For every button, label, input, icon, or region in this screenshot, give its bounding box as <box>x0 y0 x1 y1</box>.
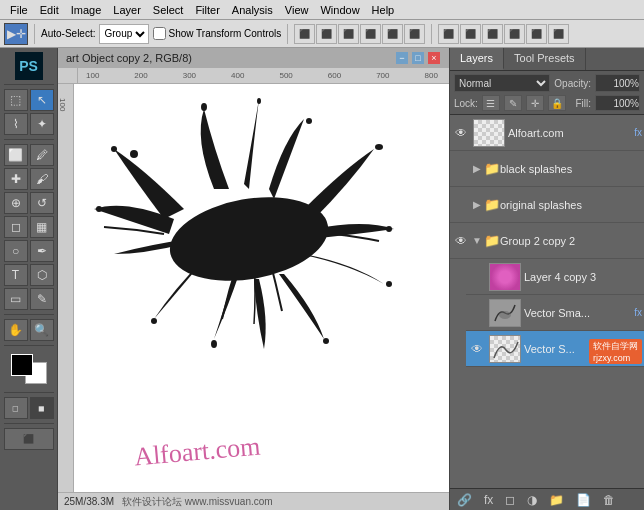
menu-filter[interactable]: Filter <box>189 2 225 18</box>
quick-mask-off[interactable]: ◻ <box>4 397 28 419</box>
menu-select[interactable]: Select <box>147 2 190 18</box>
layer-eye-original[interactable]: 👁 <box>452 187 470 223</box>
layer-eye-4copy3[interactable]: 👁 <box>468 259 486 295</box>
layer-vector-s[interactable]: 👁 Vector S... 软件自学网rjzxy.com <box>466 331 644 367</box>
layer-eye-group2[interactable]: 👁 <box>452 223 470 259</box>
align-btn-5[interactable]: ⬛ <box>382 24 403 44</box>
dist-btn-2[interactable]: ⬛ <box>460 24 481 44</box>
svg-point-3 <box>96 206 102 212</box>
magic-wand-tool[interactable]: ✦ <box>30 113 54 135</box>
align-btn-1[interactable]: ⬛ <box>294 24 315 44</box>
layer-arrow-original[interactable]: ▶ <box>470 187 484 223</box>
layer-black-splashes[interactable]: 👁 ▶ 📁 black splashes <box>450 151 644 187</box>
layer-delete-btn[interactable]: 🗑 <box>600 493 618 507</box>
close-btn[interactable]: × <box>427 51 441 65</box>
layer-fx-btn[interactable]: fx <box>481 493 496 507</box>
path-tool[interactable]: ⬡ <box>30 264 54 286</box>
menu-analysis[interactable]: Analysis <box>226 2 279 18</box>
gradient-tool[interactable]: ▦ <box>30 216 54 238</box>
foreground-color[interactable] <box>11 354 33 376</box>
svg-point-7 <box>375 144 383 150</box>
hand-tool[interactable]: ✋ <box>4 319 28 341</box>
layer-folder-btn[interactable]: 📁 <box>546 493 567 507</box>
layer-original-splashes[interactable]: 👁 ▶ 📁 original splashes <box>450 187 644 223</box>
healing-tool[interactable]: ✚ <box>4 168 28 190</box>
layer-eye-alfoart[interactable]: 👁 <box>452 115 470 151</box>
history-brush-tool[interactable]: ↺ <box>30 192 54 214</box>
align-btn-3[interactable]: ⬛ <box>338 24 359 44</box>
menu-layer[interactable]: Layer <box>107 2 147 18</box>
show-transform-checkbox[interactable] <box>153 27 166 40</box>
text-tool[interactable]: T <box>4 264 28 286</box>
lock-all-btn[interactable]: 🔒 <box>548 95 566 111</box>
align-btn-6[interactable]: ⬛ <box>404 24 425 44</box>
watermark-text: Alfoart.com <box>133 432 261 473</box>
svg-point-11 <box>211 340 217 348</box>
layer-group2[interactable]: 👁 ▼ 📁 Group 2 copy 2 <box>450 223 644 259</box>
layer-thumb-4copy3 <box>489 263 521 291</box>
layer-new-btn[interactable]: 📄 <box>573 493 594 507</box>
menu-window[interactable]: Window <box>314 2 365 18</box>
pen-tool[interactable]: ✒ <box>30 240 54 262</box>
panel-tabs: Layers Tool Presets <box>450 48 644 71</box>
auto-select-dropdown[interactable]: Group Layer <box>99 24 149 44</box>
menu-file[interactable]: File <box>4 2 34 18</box>
eraser-tool[interactable]: ◻ <box>4 216 28 238</box>
move-tool[interactable]: ↖ <box>30 89 54 111</box>
svg-point-13 <box>499 311 511 319</box>
layer-name-4copy3: Layer 4 copy 3 <box>524 271 642 283</box>
layer-link-btn[interactable]: 🔗 <box>454 493 475 507</box>
eyedropper-tool[interactable]: 🖉 <box>30 144 54 166</box>
notes-tool[interactable]: ✎ <box>30 288 54 310</box>
layer-vector-sma[interactable]: 👁 Vector Sma... fx <box>466 295 644 331</box>
layer-thumb-vsma <box>489 299 521 327</box>
layer-eye-vsma[interactable]: 👁 <box>468 295 486 331</box>
dist-btn-5[interactable]: ⬛ <box>526 24 547 44</box>
menu-help[interactable]: Help <box>366 2 401 18</box>
layer-mask-btn[interactable]: ◻ <box>502 493 518 507</box>
canvas-white[interactable]: Alfoart.com <box>74 84 449 492</box>
stamp-tool[interactable]: ⊕ <box>4 192 28 214</box>
svg-point-2 <box>111 146 117 152</box>
fill-input[interactable] <box>595 95 640 111</box>
align-btn-2[interactable]: ⬛ <box>316 24 337 44</box>
brush-tool[interactable]: 🖌 <box>30 168 54 190</box>
layer-eye-vs[interactable]: 👁 <box>468 331 486 367</box>
maximize-btn[interactable]: □ <box>411 51 425 65</box>
menu-image[interactable]: Image <box>65 2 108 18</box>
dist-btn-4[interactable]: ⬛ <box>504 24 525 44</box>
zoom-tool[interactable]: 🔍 <box>30 319 54 341</box>
layer-arrow-group2[interactable]: ▼ <box>470 223 484 259</box>
canvas-body: 100200300400 <box>58 84 449 492</box>
move-tool-btn[interactable]: ▶✛ <box>4 23 28 45</box>
align-btn-4[interactable]: ⬛ <box>360 24 381 44</box>
menu-edit[interactable]: Edit <box>34 2 65 18</box>
menu-view[interactable]: View <box>279 2 315 18</box>
lock-position-btn[interactable]: ✛ <box>526 95 544 111</box>
dist-btn-6[interactable]: ⬛ <box>548 24 569 44</box>
layer-4-copy3[interactable]: 👁 Layer 4 copy 3 <box>466 259 644 295</box>
layer-folder-icon-black: 📁 <box>484 151 500 187</box>
blend-mode-select[interactable]: Normal Multiply Screen <box>454 74 550 92</box>
lasso-tool[interactable]: ⌇ <box>4 113 28 135</box>
tab-layers[interactable]: Layers <box>450 48 504 70</box>
lock-transparent-btn[interactable]: ☰ <box>482 95 500 111</box>
toolbox: PS ⬚ ↖ ⌇ ✦ ⬜ 🖉 ✚ 🖌 ⊕ ↺ ◻ ▦ ○ ✒ <box>0 48 58 510</box>
show-transform-label[interactable]: Show Transform Controls <box>153 27 281 40</box>
dist-btn-1[interactable]: ⬛ <box>438 24 459 44</box>
dodge-tool[interactable]: ○ <box>4 240 28 262</box>
minimize-btn[interactable]: − <box>395 51 409 65</box>
selection-tool[interactable]: ⬚ <box>4 89 28 111</box>
quick-mask-on[interactable]: ◼ <box>30 397 54 419</box>
layer-eye-black[interactable]: 👁 <box>452 151 470 187</box>
crop-tool[interactable]: ⬜ <box>4 144 28 166</box>
screen-mode[interactable]: ⬛ <box>4 428 54 450</box>
layer-alfoart[interactable]: 👁 Alfoart.com fx <box>450 115 644 151</box>
layer-adjustment-btn[interactable]: ◑ <box>524 493 540 507</box>
lock-image-btn[interactable]: ✎ <box>504 95 522 111</box>
layer-arrow-black[interactable]: ▶ <box>470 151 484 187</box>
tab-tool-presets[interactable]: Tool Presets <box>504 48 586 70</box>
opacity-input[interactable] <box>595 74 640 92</box>
dist-btn-3[interactable]: ⬛ <box>482 24 503 44</box>
shape-tool[interactable]: ▭ <box>4 288 28 310</box>
